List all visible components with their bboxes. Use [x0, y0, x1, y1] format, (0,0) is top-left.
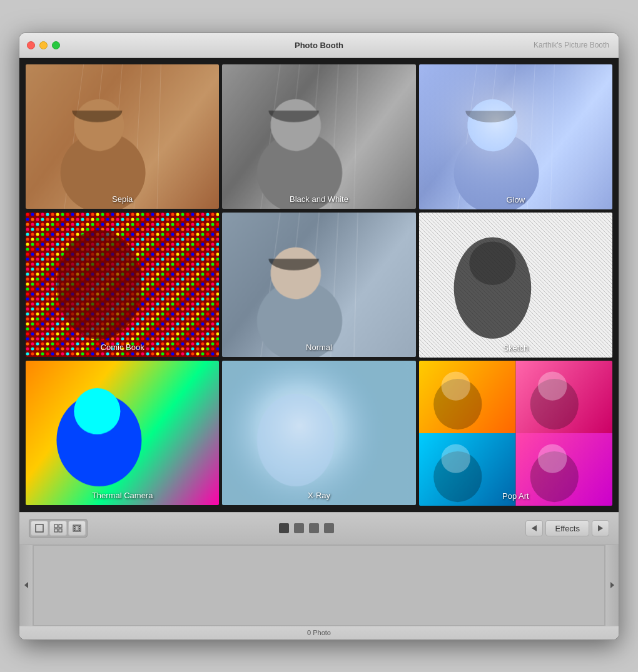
- view-buttons: [29, 519, 88, 538]
- svg-rect-11: [79, 529, 80, 531]
- effect-sepia[interactable]: Sepia: [26, 64, 219, 209]
- view-grid-button[interactable]: [49, 521, 67, 536]
- dot-4[interactable]: [324, 523, 334, 533]
- comic-label: Comic Book: [26, 343, 219, 352]
- comic-preview: [26, 213, 219, 358]
- filmstrip-prev-icon: [24, 581, 29, 589]
- thermal-label: Thermal Camera: [26, 491, 219, 500]
- sketch-preview: [419, 213, 612, 358]
- film-view-icon: [73, 524, 81, 533]
- prev-icon: [531, 524, 537, 532]
- view-single-button[interactable]: [31, 521, 48, 536]
- sketch-label: Sketch: [419, 343, 612, 353]
- nav-area: Effects: [525, 520, 609, 536]
- filmstrip-next-icon: [610, 581, 615, 589]
- effect-comic[interactable]: Comic Book: [26, 213, 219, 358]
- effects-area: Sepia Black and White Glow Comic Book No…: [19, 58, 619, 512]
- nav-next-button[interactable]: [592, 520, 609, 536]
- dot-3[interactable]: [309, 523, 319, 533]
- effect-sketch[interactable]: Sketch: [419, 213, 612, 358]
- effect-glow[interactable]: Glow: [419, 64, 612, 209]
- svg-rect-2: [59, 524, 62, 528]
- effects-grid: Sepia Black and White Glow Comic Book No…: [26, 64, 612, 506]
- svg-marker-16: [610, 582, 614, 588]
- effect-normal[interactable]: Normal: [222, 213, 415, 358]
- window-title: Photo Booth: [295, 41, 343, 50]
- minimize-button[interactable]: [39, 41, 48, 49]
- svg-rect-7: [74, 528, 75, 529]
- view-film-button[interactable]: [68, 521, 86, 536]
- titlebar: Photo Booth Karthik's Picture Booth: [19, 33, 619, 58]
- main-window: Photo Booth Karthik's Picture Booth Sepi…: [19, 33, 619, 640]
- effect-xray[interactable]: X-Ray: [222, 361, 415, 506]
- svg-rect-3: [54, 529, 58, 532]
- bw-label: Black and White: [222, 194, 415, 204]
- svg-rect-8: [74, 529, 75, 531]
- dot-1[interactable]: [279, 523, 289, 533]
- grid-view-icon: [54, 524, 63, 533]
- filmstrip-area: [19, 544, 619, 626]
- maximize-button[interactable]: [52, 41, 60, 49]
- svg-rect-9: [79, 526, 80, 527]
- traffic-lights: [27, 41, 60, 49]
- effect-thermal[interactable]: Thermal Camera: [26, 361, 219, 506]
- window-subtitle: Karthik's Picture Booth: [534, 41, 609, 49]
- photo-count: 0 Photo: [307, 629, 331, 636]
- svg-rect-6: [74, 526, 75, 527]
- effect-bw[interactable]: Black and White: [222, 64, 415, 209]
- page-dots: [94, 523, 519, 533]
- glow-preview: [419, 64, 612, 209]
- effect-popart[interactable]: Pop Art: [419, 361, 612, 506]
- popart-preview: [419, 361, 612, 506]
- svg-marker-14: [598, 525, 603, 531]
- filmstrip-next-button[interactable]: [605, 545, 619, 626]
- xray-preview: [222, 361, 415, 506]
- sepia-label: Sepia: [26, 194, 219, 204]
- svg-marker-15: [24, 582, 28, 588]
- sepia-preview: [26, 64, 219, 209]
- svg-rect-0: [36, 524, 43, 532]
- filmstrip-prev-button[interactable]: [19, 545, 33, 626]
- svg-rect-4: [59, 529, 62, 532]
- single-view-icon: [35, 524, 44, 533]
- filmstrip-content: [33, 545, 605, 626]
- effects-button[interactable]: Effects: [545, 520, 589, 536]
- svg-rect-10: [79, 528, 80, 529]
- next-icon: [597, 524, 604, 532]
- svg-rect-1: [54, 524, 58, 528]
- close-button[interactable]: [27, 41, 35, 49]
- status-bar: 0 Photo: [19, 626, 619, 639]
- popart-label: Pop Art: [419, 491, 612, 501]
- normal-label: Normal: [222, 343, 415, 352]
- normal-preview: [222, 213, 415, 358]
- svg-marker-13: [532, 525, 537, 531]
- glow-label: Glow: [419, 195, 612, 204]
- svg-rect-12: [76, 526, 78, 531]
- toolbar: Effects: [19, 512, 619, 544]
- dot-2[interactable]: [294, 523, 304, 533]
- bw-preview: [222, 64, 415, 209]
- nav-prev-button[interactable]: [525, 520, 543, 536]
- thermal-preview: [26, 361, 219, 506]
- xray-label: X-Ray: [222, 491, 415, 500]
